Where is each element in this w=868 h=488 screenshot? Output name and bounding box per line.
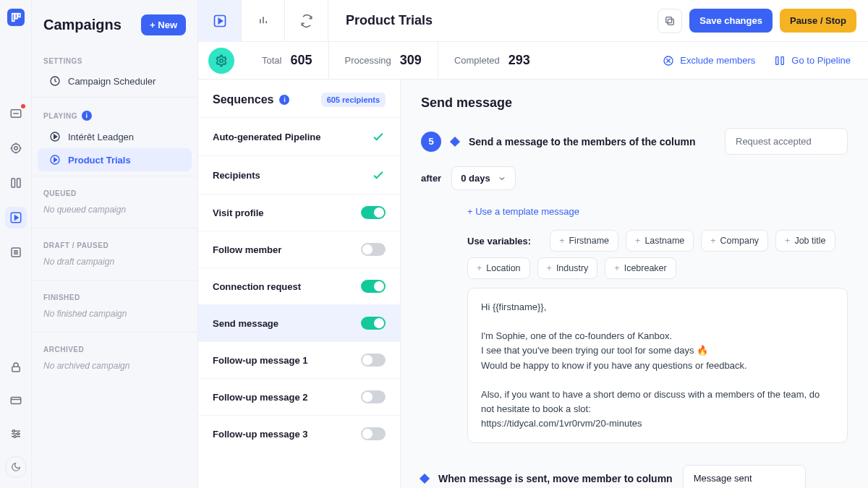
toggle[interactable] (361, 427, 386, 440)
section-playing: PLAYING i (32, 102, 197, 125)
toggle[interactable] (361, 243, 386, 256)
queued-empty: No queued campaign (32, 202, 197, 223)
tab-play[interactable] (198, 0, 242, 42)
svg-point-13 (12, 430, 14, 432)
chevron-down-icon (498, 174, 506, 183)
svg-point-5 (14, 147, 17, 150)
toggle[interactable] (361, 206, 386, 219)
variable-chip[interactable]: +Firstname (550, 230, 618, 252)
svg-rect-12 (11, 398, 21, 404)
playing-item-label: Product Trials (68, 155, 131, 166)
stat-processing-label: Processing (345, 55, 391, 66)
stats-bar: Total 605 Processing 309 Completed 293 E… (198, 42, 868, 80)
sliders-icon[interactable] (5, 423, 27, 445)
new-campaign-button[interactable]: + New (141, 14, 186, 35)
sequence-label: Follow member (213, 244, 281, 255)
sequence-label: Follow-up message 1 (213, 355, 307, 366)
board-icon[interactable] (5, 172, 27, 194)
sidebar-item-leadgen[interactable]: Intérêt Leadgen (38, 125, 192, 148)
svg-point-15 (14, 435, 16, 437)
pause-button[interactable]: Pause / Stop (780, 9, 856, 33)
section-settings: SETTINGS (32, 48, 197, 69)
sequence-row[interactable]: Follow-up message 1 (198, 341, 400, 378)
variable-chip[interactable]: +Lastname (626, 230, 694, 252)
svg-rect-2 (17, 14, 20, 17)
sidebar-item-scheduler[interactable]: Campaign Scheduler (38, 69, 192, 93)
template-link[interactable]: + Use a template message (467, 206, 848, 217)
sidebar-title: Campaigns (43, 17, 122, 33)
campaigns-sidebar: Campaigns + New SETTINGS Campaign Schedu… (32, 0, 198, 488)
go-to-pipeline-link[interactable]: Go to Pipeline (774, 55, 851, 67)
moon-icon[interactable] (5, 456, 27, 478)
stat-processing-value: 309 (400, 53, 422, 68)
sequences-column: Sequences i 605 recipients Auto-generate… (198, 80, 401, 488)
finished-empty: No finished campaign (32, 306, 197, 328)
variable-chip[interactable]: +Company (701, 230, 768, 252)
sequence-row[interactable]: Send message (198, 304, 400, 341)
recipients-badge: 605 recipients (321, 93, 386, 107)
move-column-select[interactable]: Message sent (683, 465, 806, 488)
variable-chip[interactable]: +Job title (775, 230, 835, 252)
tab-sync[interactable] (285, 0, 328, 42)
sequence-label: Connection request (213, 281, 301, 292)
sequence-row[interactable]: Visit profile (198, 194, 400, 231)
svg-rect-6 (12, 179, 15, 187)
sequence-row[interactable]: Recipients (198, 155, 400, 194)
svg-rect-27 (776, 56, 778, 64)
sequence-label: Follow-up message 3 (213, 429, 307, 440)
variable-chip[interactable]: +Industry (537, 257, 598, 279)
toggle[interactable] (361, 354, 386, 367)
toggle[interactable] (361, 280, 386, 293)
card-icon[interactable] (5, 390, 27, 411)
message-textarea[interactable]: Hi {{firstname}}, I'm Sophie, one of the… (467, 288, 848, 443)
nav-rail (0, 0, 32, 488)
column-select[interactable]: Request accepted (725, 128, 848, 155)
toggle[interactable] (361, 390, 386, 403)
scheduler-label: Campaign Scheduler (68, 76, 156, 87)
svg-marker-22 (218, 18, 222, 23)
app-logo (7, 9, 25, 26)
sequences-title: Sequences (213, 93, 273, 106)
stat-completed-label: Completed (454, 55, 500, 66)
sequence-row[interactable]: Follow-up message 2 (198, 378, 400, 415)
diamond-icon (450, 136, 460, 146)
list-icon[interactable] (5, 241, 27, 263)
gear-icon[interactable] (208, 48, 234, 74)
archived-empty: No archived campaign (32, 358, 197, 380)
inbox-icon[interactable] (5, 103, 27, 124)
sequence-row[interactable]: Follow-up message 3 (198, 415, 400, 452)
tab-stats[interactable] (242, 0, 285, 42)
target-icon[interactable] (5, 137, 27, 159)
campaigns-icon[interactable] (5, 207, 27, 228)
svg-rect-0 (12, 14, 14, 22)
exclude-members-link[interactable]: Exclude members (663, 55, 755, 67)
info-icon[interactable]: i (82, 111, 92, 121)
save-button[interactable]: Save changes (689, 9, 773, 33)
svg-point-25 (220, 59, 224, 62)
editor-panel: Send message 5 Send a message to the mem… (401, 80, 868, 488)
move-description: When message is sent, move member to col… (438, 473, 673, 484)
diamond-icon (420, 474, 430, 484)
section-draft: DRAFT / PAUSED (32, 233, 197, 254)
sequence-label: Recipients (213, 170, 260, 181)
variable-chip[interactable]: +Icebreaker (605, 257, 676, 279)
sidebar-item-product-trials[interactable]: Product Trials (38, 148, 192, 171)
lock-icon[interactable] (5, 356, 27, 378)
delay-select[interactable]: 0 days (451, 166, 515, 190)
info-icon[interactable]: i (279, 95, 289, 105)
toggle[interactable] (361, 317, 386, 330)
after-label: after (421, 173, 441, 184)
copy-button[interactable] (658, 9, 682, 33)
svg-point-4 (12, 144, 20, 153)
sequence-row[interactable]: Auto-generated Pipeline (198, 117, 400, 155)
sequence-label: Auto-generated Pipeline (213, 132, 321, 142)
sequence-row[interactable]: Follow member (198, 231, 400, 267)
svg-rect-11 (12, 367, 20, 372)
sequence-row[interactable]: Connection request (198, 267, 400, 304)
variables-label: Use variables: (467, 236, 531, 247)
variable-chip[interactable]: +Location (467, 257, 530, 279)
stat-total-value: 605 (290, 53, 312, 68)
campaign-title: Product Trials (328, 13, 658, 28)
svg-marker-18 (54, 134, 57, 138)
step-number-badge: 5 (421, 132, 441, 152)
